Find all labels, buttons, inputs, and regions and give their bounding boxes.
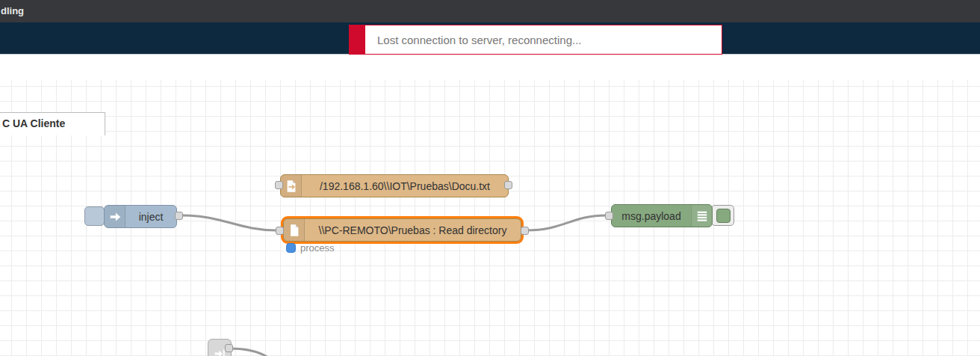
inject-output-port[interactable]: [175, 212, 183, 220]
read-directory-output-port[interactable]: [521, 227, 529, 235]
node-status: process: [286, 242, 335, 254]
node-inject[interactable]: inject: [104, 205, 177, 228]
wire-read-directory-to-debug[interactable]: [526, 215, 607, 230]
node-label: \\PC-REMOTO\Pruebas : Read directory: [305, 219, 521, 241]
file-read-input-port[interactable]: [275, 181, 283, 189]
wire-inject-to-read-directory[interactable]: [182, 215, 276, 230]
debug-toggle-indicator: [716, 209, 731, 223]
node-debug[interactable]: msg.payload: [611, 204, 713, 227]
file-export-icon: [281, 175, 302, 197]
title-bar: dling: [0, 0, 980, 22]
title-text: dling: [1, 0, 24, 22]
node-label: inject: [125, 206, 176, 227]
flow-canvas[interactable]: inject /192.168.1.60\\IOT\Pruebas\Docu.t…: [0, 80, 980, 356]
inject-trigger-button[interactable]: [84, 206, 105, 226]
node-label: msg.payload: [612, 205, 691, 227]
debug-list-icon: [691, 205, 712, 227]
node-read-directory-selected[interactable]: \\PC-REMOTO\Pruebas : Read directory: [283, 218, 521, 242]
read-directory-input-port[interactable]: [276, 227, 284, 235]
debug-input-port[interactable]: [605, 212, 613, 220]
wire-link-out[interactable]: [230, 349, 271, 356]
workspace-tabbar: C UA Cliente EFC1 EFC2 EFC3 EFC4 EFC5 Le…: [0, 55, 980, 80]
link-out-output-port[interactable]: [225, 344, 233, 352]
toast-message: Lost connection to server, reconnecting.…: [365, 25, 722, 54]
file-icon: [284, 219, 305, 241]
status-dot-blue: [286, 243, 296, 253]
node-label: /192.168.1.60\\IOT\Pruebas\Docu.txt: [302, 175, 508, 197]
tab-opc-ua-cliente[interactable]: C UA Cliente: [0, 112, 105, 135]
node-red-editor: dling Lost connection to server, reconne…: [0, 0, 980, 356]
status-text: process: [300, 242, 335, 254]
connection-toast: Lost connection to server, reconnecting.…: [349, 25, 722, 55]
node-file-read[interactable]: /192.168.1.60\\IOT\Pruebas\Docu.txt: [280, 174, 509, 197]
file-read-output-port[interactable]: [504, 181, 512, 189]
toast-accent-bar: [350, 25, 365, 54]
inject-arrow-icon: [105, 206, 125, 227]
debug-enable-toggle[interactable]: [711, 205, 734, 226]
